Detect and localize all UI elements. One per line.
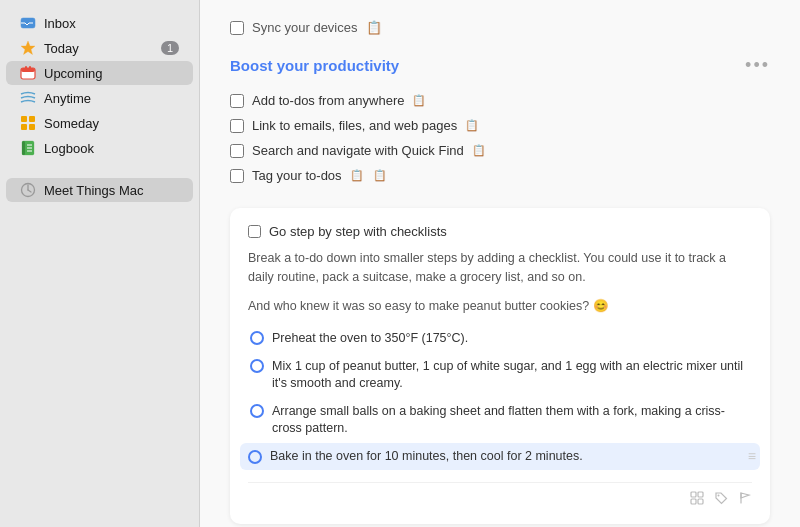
step-circle-3 bbox=[250, 404, 264, 418]
grid-icon[interactable] bbox=[690, 491, 704, 508]
todo-tag-checkbox[interactable] bbox=[230, 169, 244, 183]
svg-rect-19 bbox=[698, 499, 703, 504]
sidebar-someday-label: Someday bbox=[44, 116, 179, 131]
sidebar-item-logbook[interactable]: Logbook bbox=[6, 136, 193, 160]
todo-link: Link to emails, files, and web pages 📋 bbox=[230, 113, 770, 138]
svg-rect-11 bbox=[22, 141, 25, 155]
inbox-icon bbox=[20, 15, 36, 31]
main-content: Sync your devices 📋 Boost your productiv… bbox=[200, 0, 800, 527]
todo-add-icon: 📋 bbox=[412, 94, 426, 107]
sidebar-item-today[interactable]: Today 1 bbox=[6, 36, 193, 60]
todo-tag-icons: 📋 📋 bbox=[350, 169, 390, 182]
tag-icon[interactable] bbox=[714, 491, 728, 508]
checklist-step-1[interactable]: Preheat the oven to 350°F (175°C). bbox=[248, 325, 752, 353]
boost-header: Boost your productivity ••• bbox=[230, 55, 770, 76]
checklist-main-checkbox[interactable] bbox=[248, 225, 261, 238]
sync-info-icon: 📋 bbox=[366, 20, 382, 35]
step-circle-2 bbox=[250, 359, 264, 373]
checklist-title: Go step by step with checklists bbox=[269, 224, 447, 239]
svg-rect-16 bbox=[691, 492, 696, 497]
svg-rect-5 bbox=[29, 66, 31, 70]
checklist-desc2: And who knew it was so easy to make pean… bbox=[248, 297, 752, 316]
step-circle-1 bbox=[250, 331, 264, 345]
svg-rect-9 bbox=[29, 124, 35, 130]
calendar-icon bbox=[20, 65, 36, 81]
someday-icon bbox=[20, 115, 36, 131]
todo-add-label: Add to-dos from anywhere bbox=[252, 93, 404, 108]
checklist-desc1: Break a to-do down into smaller steps by… bbox=[248, 249, 752, 287]
todo-tag: Tag your to-dos 📋 📋 bbox=[230, 163, 770, 188]
todo-add: Add to-dos from anywhere 📋 bbox=[230, 88, 770, 113]
checklist-header: Go step by step with checklists bbox=[248, 224, 752, 239]
svg-rect-6 bbox=[21, 116, 27, 122]
svg-rect-7 bbox=[29, 116, 35, 122]
sidebar-item-anytime[interactable]: Anytime bbox=[6, 86, 193, 110]
project-icon bbox=[20, 182, 36, 198]
star-icon bbox=[20, 40, 36, 56]
svg-rect-17 bbox=[698, 492, 703, 497]
today-badge: 1 bbox=[161, 41, 179, 55]
todo-search: Search and navigate with Quick Find 📋 bbox=[230, 138, 770, 163]
boost-menu-button[interactable]: ••• bbox=[745, 55, 770, 76]
sync-devices-row: Sync your devices 📋 bbox=[230, 20, 770, 35]
sidebar: Inbox Today 1 Upcoming bbox=[0, 0, 200, 527]
todo-link-label: Link to emails, files, and web pages bbox=[252, 118, 457, 133]
sidebar-inbox-label: Inbox bbox=[44, 16, 179, 31]
svg-rect-3 bbox=[21, 68, 35, 72]
checklist-card: Go step by step with checklists Break a … bbox=[230, 208, 770, 524]
checklist-step-4[interactable]: Bake in the oven for 10 minutes, then co… bbox=[240, 443, 760, 471]
checklist-step-2[interactable]: Mix 1 cup of peanut butter, 1 cup of whi… bbox=[248, 353, 752, 398]
step-text-4: Bake in the oven for 10 minutes, then co… bbox=[270, 448, 752, 466]
svg-rect-18 bbox=[691, 499, 696, 504]
sidebar-item-inbox[interactable]: Inbox bbox=[6, 11, 193, 35]
todo-search-label: Search and navigate with Quick Find bbox=[252, 143, 464, 158]
step-circle-4 bbox=[248, 450, 262, 464]
sync-checkbox[interactable] bbox=[230, 21, 244, 35]
sidebar-item-meet-things-mac[interactable]: Meet Things Mac bbox=[6, 178, 193, 202]
anytime-icon bbox=[20, 90, 36, 106]
sidebar-upcoming-label: Upcoming bbox=[44, 66, 179, 81]
sidebar-today-label: Today bbox=[44, 41, 153, 56]
step-text-3: Arrange small balls on a baking sheet an… bbox=[272, 403, 750, 438]
sidebar-item-someday[interactable]: Someday bbox=[6, 111, 193, 135]
todo-link-icon: 📋 bbox=[465, 119, 479, 132]
boost-title: Boost your productivity bbox=[230, 57, 399, 74]
svg-point-20 bbox=[718, 495, 720, 497]
step-text-1: Preheat the oven to 350°F (175°C). bbox=[272, 330, 468, 348]
sidebar-anytime-label: Anytime bbox=[44, 91, 179, 106]
checklist-step-3[interactable]: Arrange small balls on a baking sheet an… bbox=[248, 398, 752, 443]
sidebar-item-upcoming[interactable]: Upcoming bbox=[6, 61, 193, 85]
svg-marker-1 bbox=[21, 41, 35, 55]
todo-tag-label: Tag your to-dos bbox=[252, 168, 342, 183]
todo-add-checkbox[interactable] bbox=[230, 94, 244, 108]
sync-label: Sync your devices bbox=[252, 20, 358, 35]
todo-link-checkbox[interactable] bbox=[230, 119, 244, 133]
sidebar-project-label: Meet Things Mac bbox=[44, 183, 179, 198]
sidebar-logbook-label: Logbook bbox=[44, 141, 179, 156]
todo-search-checkbox[interactable] bbox=[230, 144, 244, 158]
svg-rect-4 bbox=[25, 66, 27, 70]
flag-icon[interactable] bbox=[738, 491, 752, 508]
svg-rect-8 bbox=[21, 124, 27, 130]
todo-search-icon: 📋 bbox=[472, 144, 486, 157]
boost-section: Boost your productivity ••• Add to-dos f… bbox=[230, 55, 770, 188]
card-footer bbox=[248, 482, 752, 508]
logbook-icon bbox=[20, 140, 36, 156]
drag-handle-icon: ≡ bbox=[748, 447, 756, 467]
step-text-2: Mix 1 cup of peanut butter, 1 cup of whi… bbox=[272, 358, 750, 393]
